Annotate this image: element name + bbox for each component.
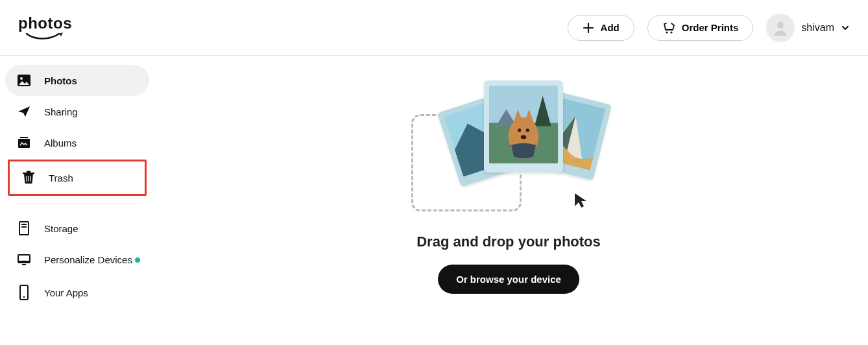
sidebar-item-label: Sharing — [44, 106, 78, 117]
sidebar-item-label: Your Apps — [44, 287, 88, 298]
header: photos Add Order Prints shivam — [0, 0, 868, 56]
albums-icon — [17, 136, 31, 149]
sidebar-item-sharing[interactable]: Sharing — [5, 96, 149, 127]
trash-highlight-box: Trash — [8, 160, 147, 196]
logo-swoosh-icon — [24, 31, 66, 42]
sidebar: Photos Sharing Albums Trash — [0, 56, 149, 318]
cart-icon — [662, 22, 675, 34]
cursor-icon — [573, 192, 589, 209]
svg-point-24 — [521, 135, 526, 139]
svg-rect-8 — [27, 171, 30, 173]
svg-point-4 — [20, 77, 23, 80]
trash-icon — [21, 171, 36, 185]
svg-rect-14 — [22, 264, 26, 265]
monitor-icon — [17, 254, 31, 267]
phone-icon — [17, 285, 31, 300]
add-button-label: Add — [601, 22, 620, 33]
main-content: Drag and drop your photos Or browse your… — [149, 56, 868, 318]
user-name: shivam — [801, 22, 834, 34]
send-icon — [17, 105, 31, 118]
person-icon — [771, 19, 790, 37]
svg-rect-6 — [20, 137, 28, 138]
svg-rect-13 — [18, 261, 30, 263]
sidebar-divider — [17, 204, 138, 204]
header-actions: Add Order Prints shivam — [568, 14, 850, 42]
svg-point-0 — [666, 31, 668, 33]
photo-icon — [17, 74, 31, 87]
drop-illustration — [411, 82, 606, 218]
svg-rect-11 — [21, 226, 27, 228]
sidebar-item-trash[interactable]: Trash — [10, 161, 145, 194]
notification-dot-icon — [135, 257, 140, 263]
sidebar-item-your-apps[interactable]: Your Apps — [5, 276, 149, 309]
sidebar-item-storage[interactable]: Storage — [5, 212, 149, 244]
sidebar-item-label: Trash — [49, 172, 73, 184]
plus-icon — [583, 22, 594, 34]
logo[interactable]: photos — [18, 14, 72, 42]
svg-point-16 — [23, 296, 25, 298]
order-prints-label: Order Prints — [682, 22, 739, 33]
add-button[interactable]: Add — [568, 15, 634, 41]
polaroid-center-icon — [484, 80, 563, 172]
svg-point-1 — [670, 31, 672, 33]
svg-rect-7 — [23, 172, 34, 174]
browse-device-button[interactable]: Or browse your device — [438, 265, 579, 294]
sidebar-item-label: Photos — [44, 75, 77, 86]
sidebar-item-label: Personalize Devices — [44, 254, 132, 266]
sidebar-item-albums[interactable]: Albums — [5, 127, 149, 158]
storage-icon — [17, 221, 31, 235]
svg-point-22 — [518, 128, 521, 132]
svg-point-23 — [526, 128, 529, 132]
avatar — [766, 14, 795, 42]
user-menu-button[interactable]: shivam — [766, 14, 850, 42]
svg-rect-10 — [21, 224, 27, 225]
sidebar-item-label: Storage — [44, 223, 78, 234]
sidebar-item-label: Albums — [44, 137, 77, 149]
drop-heading: Drag and drop your photos — [416, 233, 601, 250]
sidebar-item-personalize[interactable]: Personalize Devices — [5, 244, 149, 276]
order-prints-button[interactable]: Order Prints — [647, 15, 754, 41]
chevron-down-icon — [841, 23, 850, 32]
layout: Photos Sharing Albums Trash — [0, 56, 868, 318]
svg-point-2 — [777, 22, 784, 29]
sidebar-item-photos[interactable]: Photos — [5, 65, 149, 96]
svg-rect-5 — [18, 139, 30, 148]
logo-text: photos — [18, 14, 72, 32]
